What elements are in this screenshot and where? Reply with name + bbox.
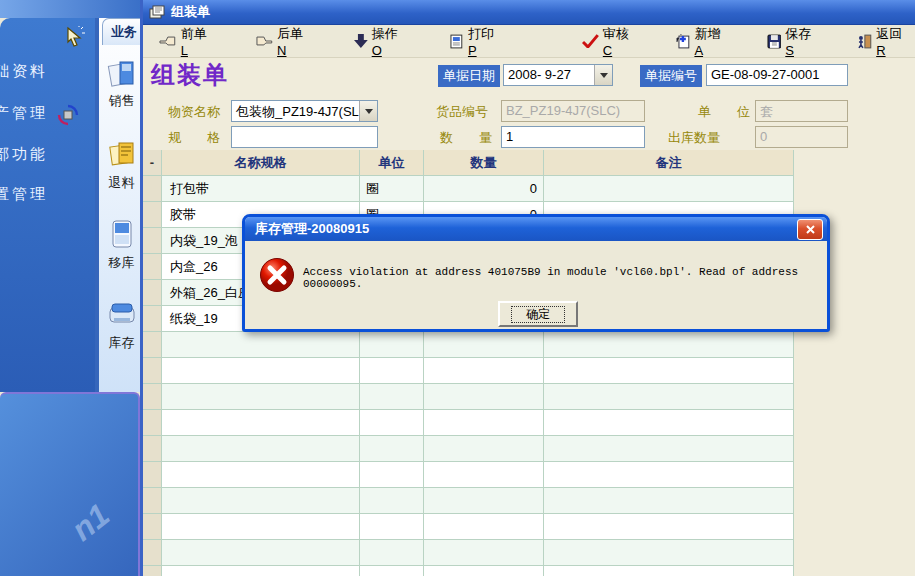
table-row-empty[interactable] xyxy=(143,488,794,514)
inventory-icon xyxy=(107,298,137,330)
new-button[interactable]: 新增A xyxy=(672,23,733,60)
sidebar-item-return[interactable]: 退料 xyxy=(99,174,144,192)
item-no-field: BZ_PZ19-4J7(SLC) xyxy=(501,100,645,122)
error-icon xyxy=(259,257,295,293)
floppy-icon xyxy=(767,34,782,49)
close-icon xyxy=(805,224,816,235)
sidebar-item-move[interactable]: 移库 xyxy=(99,254,144,272)
hand-right-icon xyxy=(255,35,273,47)
doc-date-value: 2008- 9-27 xyxy=(504,65,594,85)
menu-item-functions[interactable]: 部功能 xyxy=(0,145,48,164)
save-button[interactable]: 保存S xyxy=(763,23,824,60)
material-label: 物资名称 xyxy=(168,103,220,121)
table-row[interactable]: 打包带圈0 xyxy=(143,176,794,202)
table-row-empty[interactable] xyxy=(143,358,794,384)
window-titlebar: 组装单 xyxy=(143,0,915,25)
doc-no-input[interactable]: GE-08-09-27-0001 xyxy=(706,64,848,86)
table-row-empty[interactable] xyxy=(143,462,794,488)
menu-item-base-data[interactable]: 础资料 xyxy=(0,62,48,81)
error-message: Access violation at address 401075B9 in … xyxy=(303,266,817,290)
background-panel: n1 xyxy=(0,392,140,576)
mouse-pointer-icon xyxy=(64,26,86,48)
doc-date-label: 单据日期 xyxy=(438,65,500,87)
spec-input[interactable] xyxy=(231,126,378,148)
audit-button[interactable]: 审核C xyxy=(578,23,642,60)
error-dialog-titlebar: 库存管理-20080915 xyxy=(245,217,827,241)
exit-icon xyxy=(857,34,872,49)
next-doc-button[interactable]: 后单N xyxy=(251,23,316,60)
sidebar-item-inventory[interactable]: 库存 xyxy=(99,334,144,352)
sales-icon xyxy=(107,58,137,90)
arrow-down-icon xyxy=(354,34,368,48)
col-name-spec[interactable]: 名称规格 xyxy=(162,150,360,175)
return-material-icon xyxy=(107,138,137,170)
out-qty-label: 出库数量 xyxy=(668,129,720,147)
unit-label: 单 位 xyxy=(698,103,750,121)
printer-icon xyxy=(449,34,464,49)
table-row-empty[interactable] xyxy=(143,332,794,358)
ok-button[interactable]: 确定 xyxy=(498,301,578,327)
tab-business[interactable]: 业务 xyxy=(102,18,144,45)
watermark-text: n1 xyxy=(65,496,117,548)
operations-button[interactable]: 操作O xyxy=(350,23,411,60)
form-title: 组装单 xyxy=(151,59,229,91)
table-row-empty[interactable] xyxy=(143,410,794,436)
main-menu-sidebar: 础资料 产管理 部功能 置管理 xyxy=(0,18,95,392)
window-icon xyxy=(148,5,165,20)
menu-item-production[interactable]: 产管理 xyxy=(0,104,48,123)
table-row-empty[interactable] xyxy=(143,514,794,540)
material-combobox[interactable]: 包装物_PZ19-4J7(SLC xyxy=(231,100,378,122)
table-header-row: - 名称规格 单位 数量 备注 xyxy=(143,150,794,176)
col-unit[interactable]: 单位 xyxy=(360,150,424,175)
doc-date-combobox[interactable]: 2008- 9-27 xyxy=(503,64,613,86)
unit-field: 套 xyxy=(755,100,848,122)
prev-doc-button[interactable]: 前单L xyxy=(155,23,217,60)
error-dialog-title: 库存管理-20080915 xyxy=(255,220,369,238)
qty-label: 数 量 xyxy=(440,129,492,147)
doc-no-label: 单据编号 xyxy=(640,65,702,87)
sidebar-item-sales[interactable]: 销售 xyxy=(99,92,144,110)
doc-plus-icon xyxy=(676,34,691,49)
table-row-empty[interactable] xyxy=(143,436,794,462)
back-button[interactable]: 返回R xyxy=(853,23,915,60)
red-check-icon xyxy=(582,34,599,48)
move-stock-icon xyxy=(107,218,137,250)
spec-label: 规 格 xyxy=(168,129,220,147)
toolbar: 前单L 后单N 操作O 打印P 审核C xyxy=(143,25,915,58)
out-qty-field: 0 xyxy=(755,126,848,148)
ok-button-label: 确定 xyxy=(511,306,565,323)
print-button[interactable]: 打印P xyxy=(445,23,506,60)
col-note[interactable]: 备注 xyxy=(544,150,794,175)
background-window-strip xyxy=(0,0,140,18)
close-button[interactable] xyxy=(797,219,823,240)
material-value: 包装物_PZ19-4J7(SLC xyxy=(232,101,359,121)
col-qty[interactable]: 数量 xyxy=(424,150,544,175)
table-row-empty[interactable] xyxy=(143,384,794,410)
doc-date-dropdown-icon[interactable] xyxy=(594,65,612,85)
business-sidebar: 业务 销售 退料 移库 库存 xyxy=(95,18,144,392)
table-corner[interactable]: - xyxy=(143,150,162,175)
screen: 础资料 产管理 部功能 置管理 业务 销售 退料 移库 xyxy=(0,0,915,576)
table-row-empty[interactable] xyxy=(143,566,794,576)
material-dropdown-icon[interactable] xyxy=(359,101,377,121)
menu-item-settings[interactable]: 置管理 xyxy=(0,185,48,204)
table-row-empty[interactable] xyxy=(143,540,794,566)
error-dialog: 库存管理-20080915 Access violation at addres… xyxy=(242,214,830,332)
hand-left-icon xyxy=(159,35,177,47)
item-no-label: 货品编号 xyxy=(436,103,488,121)
spinner-icon xyxy=(57,104,79,126)
qty-input[interactable]: 1 xyxy=(501,126,645,148)
window-title: 组装单 xyxy=(171,3,210,21)
